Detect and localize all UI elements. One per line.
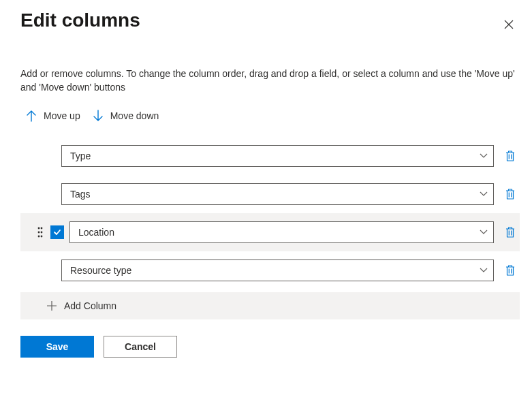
delete-column-button[interactable] bbox=[502, 262, 518, 279]
svg-point-2 bbox=[38, 231, 40, 233]
close-icon bbox=[504, 20, 514, 29]
drag-handle-icon bbox=[37, 227, 43, 238]
reorder-toolbar: Move up Move down bbox=[20, 110, 520, 122]
svg-point-3 bbox=[41, 231, 43, 233]
column-select[interactable]: Type bbox=[61, 145, 494, 167]
cancel-button[interactable]: Cancel bbox=[104, 336, 177, 358]
close-button[interactable] bbox=[498, 14, 520, 35]
svg-point-4 bbox=[38, 235, 40, 237]
column-list: Type Tags bbox=[20, 137, 520, 319]
add-column-label: Add Column bbox=[64, 300, 116, 311]
panel-title: Edit columns bbox=[20, 10, 140, 31]
trash-icon bbox=[505, 188, 516, 200]
column-row[interactable]: Resource type bbox=[20, 251, 520, 289]
column-row[interactable]: Tags bbox=[20, 175, 520, 213]
save-button[interactable]: Save bbox=[20, 336, 94, 358]
column-row[interactable]: Type bbox=[20, 137, 520, 175]
column-select[interactable]: Tags bbox=[61, 183, 494, 205]
chevron-down-icon bbox=[480, 191, 488, 197]
column-select[interactable]: Location bbox=[69, 221, 494, 243]
delete-column-button[interactable] bbox=[502, 224, 518, 240]
arrow-up-icon bbox=[26, 110, 37, 122]
column-row-selected[interactable]: Location bbox=[20, 213, 520, 251]
move-down-label: Move down bbox=[110, 110, 159, 121]
column-select-value: Type bbox=[70, 151, 91, 161]
trash-icon bbox=[505, 226, 516, 238]
arrow-down-icon bbox=[93, 110, 104, 122]
drag-handle[interactable] bbox=[35, 227, 45, 238]
column-select-value: Location bbox=[78, 227, 114, 238]
checkmark-icon bbox=[52, 227, 62, 237]
delete-column-button[interactable] bbox=[502, 148, 518, 164]
trash-icon bbox=[505, 264, 516, 277]
svg-point-0 bbox=[38, 227, 40, 229]
column-select-value: Resource type bbox=[70, 265, 131, 276]
column-select-value: Tags bbox=[70, 189, 91, 200]
move-up-button[interactable]: Move up bbox=[26, 110, 80, 122]
svg-point-1 bbox=[41, 227, 43, 229]
chevron-down-icon bbox=[480, 230, 488, 235]
footer-actions: Save Cancel bbox=[20, 336, 520, 371]
chevron-down-icon bbox=[480, 268, 488, 273]
chevron-down-icon bbox=[480, 153, 488, 159]
add-column-button[interactable]: Add Column bbox=[20, 292, 520, 319]
plus-icon bbox=[46, 300, 57, 311]
move-down-button[interactable]: Move down bbox=[93, 110, 159, 122]
panel-description: Add or remove columns. To change the col… bbox=[20, 67, 520, 95]
trash-icon bbox=[505, 150, 516, 162]
row-checkbox[interactable] bbox=[50, 225, 64, 239]
svg-point-5 bbox=[41, 235, 43, 237]
delete-column-button[interactable] bbox=[502, 186, 518, 202]
move-up-label: Move up bbox=[44, 110, 80, 121]
column-select[interactable]: Resource type bbox=[61, 260, 494, 281]
